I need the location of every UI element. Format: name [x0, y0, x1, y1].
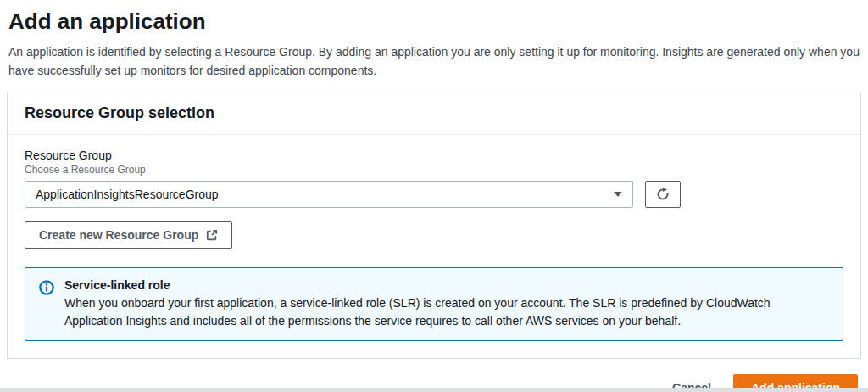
resource-group-selected-value: ApplicationInsightsResourceGroup [36, 188, 219, 201]
panel-title: Resource Group selection [25, 104, 843, 122]
create-resource-group-button[interactable]: Create new Resource Group [25, 221, 232, 249]
page-description: An application is identified by selectin… [8, 43, 860, 80]
info-alert-content: Service-linked role When you onboard you… [64, 278, 829, 330]
info-icon [39, 280, 54, 295]
refresh-icon [656, 188, 670, 201]
resource-group-select-row: ApplicationInsightsResourceGroup [25, 181, 843, 208]
resource-group-select[interactable]: ApplicationInsightsResourceGroup [25, 181, 633, 208]
resource-group-label: Resource Group [25, 148, 843, 162]
external-link-icon [206, 229, 218, 241]
create-resource-group-label: Create new Resource Group [39, 228, 198, 242]
add-application-page: Add an application An application is ide… [0, 0, 868, 392]
panel-body: Resource Group Choose a Resource Group A… [8, 135, 860, 358]
resource-group-selection-panel: Resource Group selection Resource Group … [7, 92, 861, 359]
info-alert-text: When you onboard your first application,… [64, 294, 829, 330]
refresh-button[interactable] [645, 181, 681, 208]
info-alert-title: Service-linked role [64, 278, 829, 292]
page-bottom-divider [0, 388, 868, 392]
resource-group-sublabel: Choose a Resource Group [25, 164, 843, 176]
panel-header: Resource Group selection [8, 92, 860, 135]
page-title: Add an application [8, 8, 861, 35]
service-linked-role-info-alert: Service-linked role When you onboard you… [25, 267, 843, 341]
chevron-down-icon [614, 192, 622, 197]
